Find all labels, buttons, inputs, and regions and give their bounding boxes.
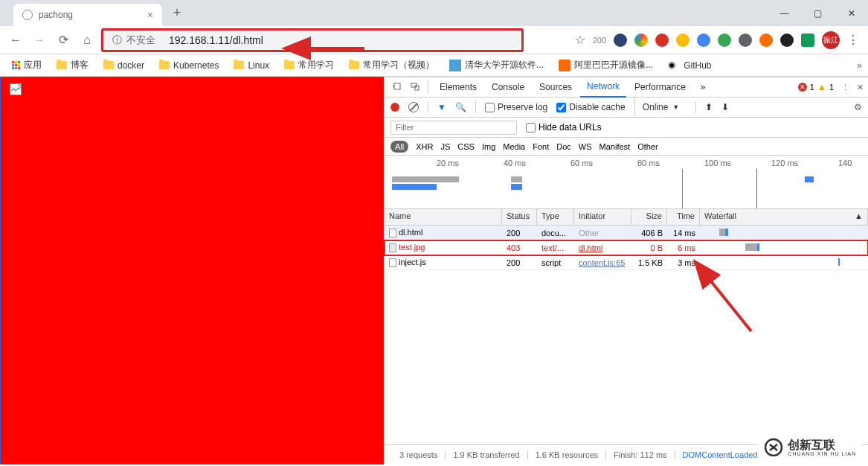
- browser-tab[interactable]: pachong ×: [13, 4, 162, 26]
- bookmark-item[interactable]: ◉GitHub: [662, 57, 717, 74]
- clear-button[interactable]: [408, 102, 419, 112]
- bookmark-item[interactable]: 常用学习: [278, 57, 340, 74]
- ext-icon-7[interactable]: [739, 33, 752, 47]
- bookmark-item[interactable]: 阿里巴巴开源镜像...: [553, 57, 659, 74]
- ext-icon-3[interactable]: [655, 33, 669, 47]
- user-avatar[interactable]: 振江: [822, 31, 840, 49]
- bookmark-star-icon[interactable]: ☆: [575, 33, 585, 47]
- apps-button[interactable]: 应用: [6, 57, 48, 74]
- forward-button[interactable]: →: [30, 31, 49, 50]
- security-badge[interactable]: ⓘ 不安全: [103, 31, 164, 50]
- dt-tab-network[interactable]: Network: [580, 77, 626, 98]
- filter-doc[interactable]: Doc: [556, 142, 571, 151]
- filter-input[interactable]: [390, 121, 517, 135]
- dt-tab-performance[interactable]: Performance: [628, 77, 692, 98]
- globe-icon: [22, 10, 33, 20]
- hide-urls-checkbox[interactable]: Hide data URLs: [526, 122, 602, 133]
- security-text: 不安全: [126, 33, 155, 47]
- reload-button[interactable]: ⟳: [54, 31, 73, 50]
- error-icon: ✕: [798, 83, 807, 92]
- device-icon[interactable]: [407, 81, 423, 94]
- folder-icon: [284, 61, 295, 69]
- search-icon[interactable]: 🔍: [455, 102, 466, 112]
- new-tab-button[interactable]: +: [168, 4, 186, 22]
- col-initiator[interactable]: Initiator: [574, 209, 631, 225]
- filter-js[interactable]: JS: [440, 142, 450, 151]
- ext-icon-9[interactable]: [780, 33, 794, 47]
- col-type[interactable]: Type: [537, 209, 574, 225]
- bookmark-item[interactable]: Kubernetes: [153, 57, 225, 74]
- watermark-logo: 创新互联CHUANG XIN HU LIAN: [758, 435, 862, 460]
- menu-icon[interactable]: ⋮: [847, 33, 859, 47]
- filter-ws[interactable]: WS: [579, 142, 592, 151]
- preserve-log-checkbox[interactable]: Preserve log: [485, 102, 547, 112]
- ext-icon-8[interactable]: [759, 33, 773, 47]
- svg-rect-1: [394, 83, 400, 89]
- home-button[interactable]: ⌂: [77, 31, 97, 50]
- filter-media[interactable]: Media: [503, 142, 525, 151]
- dt-close-icon[interactable]: ✕: [857, 83, 864, 92]
- back-button[interactable]: ←: [6, 31, 25, 50]
- dt-tab-elements[interactable]: Elements: [433, 77, 483, 98]
- filter-font[interactable]: Font: [533, 142, 549, 151]
- upload-icon[interactable]: ⬆: [705, 102, 713, 112]
- filter-css[interactable]: CSS: [457, 142, 475, 151]
- ext-icon-5[interactable]: [697, 33, 710, 47]
- close-tab-icon[interactable]: ×: [147, 9, 153, 21]
- filter-manifest[interactable]: Manifest: [599, 142, 631, 151]
- page-content: Elements Console Sources Network Perform…: [0, 77, 868, 465]
- devtools-panel: Elements Console Sources Network Perform…: [384, 77, 868, 465]
- folder-icon: [159, 61, 170, 69]
- inspect-icon[interactable]: [389, 81, 405, 94]
- col-size[interactable]: Size: [631, 209, 667, 225]
- col-status[interactable]: Status: [502, 209, 537, 225]
- ext-icon-2[interactable]: [634, 33, 648, 47]
- dt-tab-console[interactable]: Console: [485, 77, 531, 98]
- network-row-error[interactable]: test.jpg 403 text/... dl.html 0 B 6 ms: [385, 240, 868, 255]
- filter-img[interactable]: Img: [482, 142, 495, 151]
- bookmark-item[interactable]: 博客: [51, 57, 94, 74]
- download-icon[interactable]: ⬇: [721, 102, 729, 112]
- throttle-dropdown[interactable]: Online▼: [634, 98, 687, 118]
- disable-cache-checkbox[interactable]: Disable cache: [556, 102, 625, 112]
- extension-icons: ☆ 200 振江 ⋮: [575, 31, 862, 49]
- close-window-button[interactable]: ✕: [835, 0, 868, 26]
- dt-tab-sources[interactable]: Sources: [533, 77, 579, 98]
- network-type-filters: All XHR JS CSS Img Media Font Doc WS Man…: [385, 138, 868, 156]
- dt-menu-icon[interactable]: ⋮: [841, 83, 849, 92]
- badge-number: 200: [593, 36, 606, 45]
- ext-icon-1[interactable]: [614, 33, 627, 47]
- bookmark-item[interactable]: Linux: [228, 57, 275, 74]
- url-input[interactable]: 192.168.1.11/dl.html: [164, 31, 521, 50]
- bookmark-item[interactable]: 清华大学开源软件...: [443, 57, 550, 74]
- col-name[interactable]: Name: [385, 209, 502, 225]
- dt-tab-more-icon[interactable]: »: [694, 77, 713, 98]
- ext-icon-10[interactable]: [801, 33, 814, 47]
- site-icon: [559, 60, 570, 71]
- network-toolbar: ▼ 🔍 Preserve log Disable cache Online▼ ⬆…: [385, 98, 868, 118]
- bookmarks-overflow-icon[interactable]: »: [857, 60, 862, 71]
- filter-other[interactable]: Other: [637, 142, 658, 151]
- filter-xhr[interactable]: XHR: [416, 142, 433, 151]
- site-icon: [449, 60, 461, 71]
- bookmark-item[interactable]: docker: [97, 57, 150, 74]
- col-waterfall[interactable]: Waterfall▲: [700, 209, 868, 225]
- col-time[interactable]: Time: [667, 209, 700, 225]
- network-timeline[interactable]: 20 ms 40 ms 60 ms 80 ms 100 ms 120 ms 14…: [385, 156, 868, 209]
- ext-icon-4[interactable]: [676, 33, 689, 47]
- devtools-status: ✕1 ▲1 ⋮ ✕: [798, 82, 864, 92]
- network-row[interactable]: dl.html 200 docu... Other 406 B 14 ms: [385, 226, 868, 240]
- network-row[interactable]: inject.js 200 script content.js:65 1.5 K…: [385, 255, 868, 270]
- bookmark-item[interactable]: 常用学习（视频）: [343, 57, 440, 74]
- ext-icon-6[interactable]: [718, 33, 731, 47]
- devtools-tabs: Elements Console Sources Network Perform…: [385, 77, 868, 98]
- browser-titlebar: pachong × + — ▢ ✕: [0, 0, 868, 26]
- settings-icon[interactable]: ⚙: [854, 102, 862, 112]
- minimize-button[interactable]: —: [768, 0, 801, 26]
- window-controls: — ▢ ✕: [768, 0, 868, 26]
- record-button[interactable]: [390, 103, 399, 112]
- info-icon: ⓘ: [112, 33, 122, 47]
- filter-icon[interactable]: ▼: [437, 102, 446, 112]
- filter-all[interactable]: All: [390, 141, 408, 153]
- maximize-button[interactable]: ▢: [801, 0, 835, 26]
